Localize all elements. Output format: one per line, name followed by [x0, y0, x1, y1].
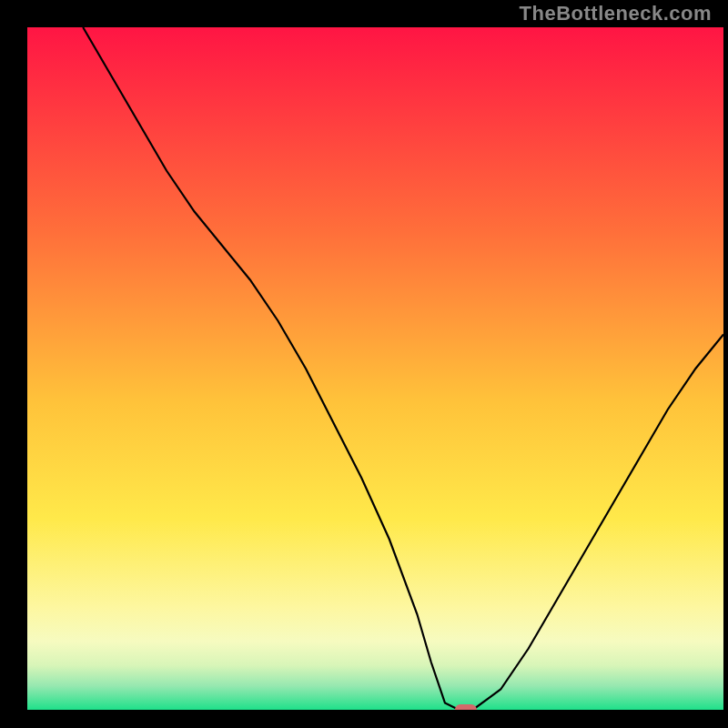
watermark-text: TheBottleneck.com: [520, 2, 712, 25]
bottleneck-chart: [0, 0, 728, 728]
gradient-background: [27, 27, 723, 710]
frame-border-left: [0, 0, 27, 728]
chart-frame: TheBottleneck.com: [0, 0, 728, 728]
frame-border-bottom: [0, 710, 728, 728]
frame-border-right: [723, 0, 728, 728]
